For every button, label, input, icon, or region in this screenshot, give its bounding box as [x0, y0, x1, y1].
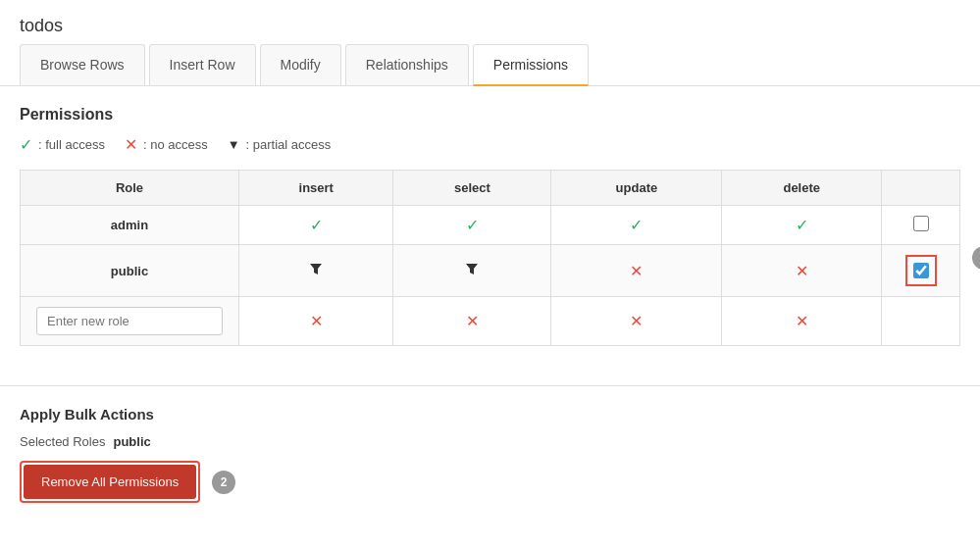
new-insert: ✕ [239, 297, 393, 346]
legend-partial-access-label: : partial access [246, 137, 332, 152]
annotation-2: 2 [212, 471, 235, 494]
legend-no-access: ✕ : no access [125, 135, 208, 154]
new-update: ✕ [551, 297, 722, 346]
role-name-admin: admin [21, 206, 239, 245]
permissions-section-title: Permissions [20, 106, 960, 124]
table-row: public ✕ ✕ [21, 245, 960, 297]
check-icon: ✓ [796, 217, 808, 233]
cross-icon: ✕ [630, 263, 643, 279]
check-icon: ✓ [630, 217, 643, 233]
checkbox-highlight-border [905, 255, 937, 286]
public-insert [239, 245, 393, 297]
new-checkbox-cell [882, 297, 960, 346]
legend-partial-access: ▼ : partial access [228, 137, 332, 152]
cross-icon: ✕ [796, 313, 808, 329]
col-header-delete: delete [722, 171, 882, 206]
cross-icon: ✕ [796, 263, 808, 279]
permissions-legend: ✓ : full access ✕ : no access ▼ : partia… [20, 135, 960, 154]
public-checkbox[interactable] [913, 263, 929, 278]
admin-update: ✓ [551, 206, 722, 245]
public-update: ✕ [551, 245, 722, 297]
cross-icon: ✕ [310, 313, 323, 329]
check-icon: ✓ [466, 217, 479, 233]
col-header-role: Role [21, 171, 239, 206]
bulk-actions-section: Apply Bulk Actions Selected Roles public… [0, 385, 980, 523]
admin-delete: ✓ [722, 206, 882, 245]
content-area: Permissions ✓ : full access ✕ : no acces… [0, 86, 980, 385]
remove-all-permissions-button[interactable]: Remove All Permissions [24, 465, 196, 499]
cross-icon: ✕ [630, 313, 643, 329]
col-header-action [882, 171, 960, 206]
annotation-1: 1 [972, 246, 980, 270]
filter-icon [310, 264, 322, 279]
selected-roles-row: Selected Roles public [20, 434, 960, 449]
new-role-input[interactable] [36, 307, 223, 335]
col-header-select: select [393, 171, 551, 206]
public-select [393, 245, 551, 297]
new-role-cell [21, 297, 239, 346]
selected-roles-label: Selected Roles [20, 434, 105, 449]
legend-full-access-label: : full access [38, 137, 105, 152]
cross-icon: ✕ [125, 135, 137, 154]
remove-btn-wrapper: Remove All Permissions [20, 461, 200, 503]
admin-insert: ✓ [239, 206, 393, 245]
tab-modify[interactable]: Modify [260, 44, 341, 85]
table-row: ✕ ✕ ✕ ✕ [21, 297, 960, 346]
public-delete: ✕ [722, 245, 882, 297]
tab-browse-rows[interactable]: Browse Rows [20, 44, 145, 85]
filter-icon [466, 264, 478, 279]
table-row: admin ✓ ✓ ✓ ✓ [21, 206, 960, 245]
admin-checkbox-cell [882, 206, 960, 245]
legend-no-access-label: : no access [143, 137, 208, 152]
tab-insert-row[interactable]: Insert Row [149, 44, 256, 85]
bulk-actions-row: Remove All Permissions 2 [20, 461, 960, 503]
public-checkbox-cell [882, 245, 960, 297]
check-icon: ✓ [310, 217, 323, 233]
page-title: todos [0, 0, 980, 44]
new-select: ✕ [393, 297, 551, 346]
check-icon: ✓ [20, 135, 32, 154]
legend-full-access: ✓ : full access [20, 135, 105, 154]
cross-icon: ✕ [466, 313, 479, 329]
role-name-public: public [21, 245, 239, 297]
selected-role-value: public [113, 434, 150, 449]
new-delete: ✕ [722, 297, 882, 346]
tab-relationships[interactable]: Relationships [345, 44, 469, 85]
bulk-actions-title: Apply Bulk Actions [20, 406, 960, 423]
admin-select: ✓ [393, 206, 551, 245]
tabs-container: Browse Rows Insert Row Modify Relationsh… [0, 44, 980, 86]
col-header-update: update [551, 171, 722, 206]
filter-icon: ▼ [228, 137, 240, 152]
tab-permissions[interactable]: Permissions [473, 44, 589, 86]
admin-checkbox[interactable] [913, 216, 929, 231]
col-header-insert: insert [239, 171, 393, 206]
permissions-table: Role insert select update delete admin ✓… [20, 170, 960, 346]
